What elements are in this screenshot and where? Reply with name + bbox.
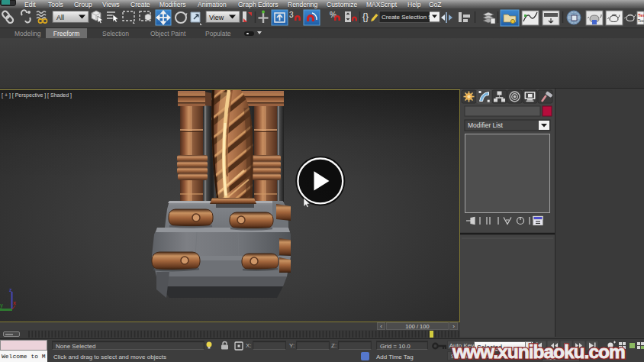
svg-text:View: View bbox=[209, 14, 224, 21]
svg-text:Tex: Tex bbox=[638, 13, 644, 18]
svg-text:All: All bbox=[56, 14, 64, 21]
svg-text:z: z bbox=[9, 287, 12, 293]
svg-text:Create Selection Se: Create Selection Se bbox=[382, 14, 436, 21]
svg-text:y: y bbox=[0, 302, 3, 309]
svg-text:3: 3 bbox=[289, 11, 294, 19]
svg-text:Modifier List: Modifier List bbox=[468, 121, 503, 129]
svg-text:x: x bbox=[13, 300, 16, 305]
svg-text:Tool: Tool bbox=[638, 18, 644, 23]
svg-text:{}: {} bbox=[362, 11, 369, 22]
